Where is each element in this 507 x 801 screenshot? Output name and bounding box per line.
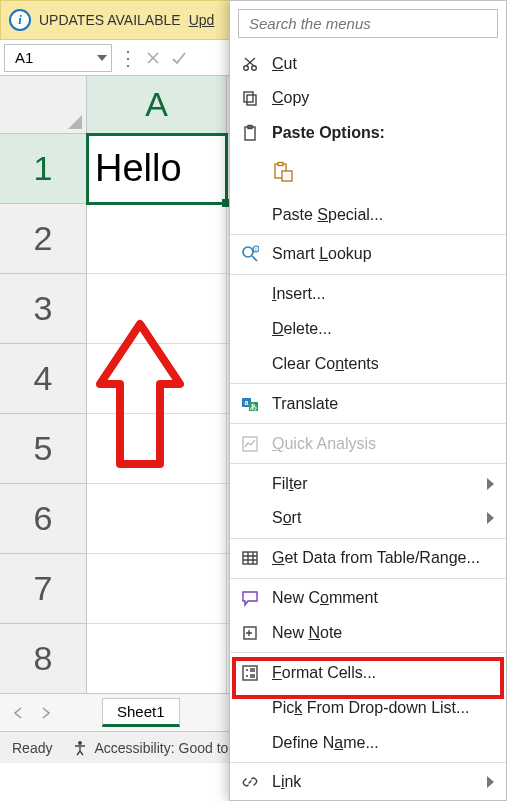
svg-rect-3 <box>244 92 253 102</box>
paste-option-default[interactable] <box>230 151 506 197</box>
row-header-6[interactable]: 6 <box>0 484 87 554</box>
menu-format-cells[interactable]: Format Cells... <box>230 655 506 690</box>
enter-icon[interactable] <box>168 47 190 69</box>
menu-quick-analysis: Quick Analysis <box>230 426 506 461</box>
cell[interactable] <box>87 274 227 344</box>
row-header-3[interactable]: 3 <box>0 274 87 344</box>
cell[interactable] <box>87 484 227 554</box>
translate-icon: aあ <box>240 394 260 414</box>
comment-icon <box>240 588 260 608</box>
cut-icon <box>240 54 260 74</box>
svg-point-21 <box>246 669 248 671</box>
svg-rect-9 <box>282 171 292 181</box>
row-header-4[interactable]: 4 <box>0 344 87 414</box>
menu-insert[interactable]: Insert... <box>230 277 506 312</box>
menu-cut[interactable]: Cut <box>230 46 506 81</box>
menu-smart-lookup[interactable]: i Smart Lookup <box>230 237 506 272</box>
accessibility-icon <box>72 740 88 756</box>
svg-point-10 <box>243 247 253 257</box>
row-header-1[interactable]: 1 <box>0 134 87 204</box>
name-box-value: A1 <box>15 49 33 66</box>
svg-point-0 <box>78 741 82 745</box>
svg-rect-20 <box>243 666 257 680</box>
cell[interactable] <box>87 624 227 694</box>
context-menu: Cut Copy Paste Options: Paste Special...… <box>229 0 507 801</box>
accessibility-status[interactable]: Accessibility: Good to go <box>72 740 247 756</box>
menu-pick-from-list[interactable]: Pick From Drop-down List... <box>230 690 506 725</box>
chevron-right-icon <box>487 512 494 524</box>
svg-point-22 <box>246 675 248 677</box>
menu-filter[interactable]: Filter <box>230 466 506 501</box>
formula-bar-controls: ⋮ <box>118 46 190 70</box>
row-header-8[interactable]: 8 <box>0 624 87 694</box>
menu-clear-contents[interactable]: Clear Contents <box>230 347 506 382</box>
menu-paste-options: Paste Options: <box>230 116 506 151</box>
menu-sort[interactable]: Sort <box>230 501 506 536</box>
svg-point-1 <box>244 65 249 70</box>
menu-paste-special[interactable]: Paste Special... <box>230 197 506 232</box>
row-header-7[interactable]: 7 <box>0 554 87 624</box>
cancel-icon[interactable] <box>142 47 164 69</box>
name-box[interactable]: A1 <box>4 44 112 72</box>
quick-analysis-icon <box>240 434 260 454</box>
menu-search-input[interactable] <box>238 9 498 38</box>
separator-icon: ⋮ <box>118 46 138 70</box>
info-icon: i <box>9 9 31 31</box>
note-icon <box>240 623 260 643</box>
menu-copy[interactable]: Copy <box>230 81 506 116</box>
link-icon <box>240 772 260 792</box>
status-ready: Ready <box>12 740 52 756</box>
cell[interactable] <box>87 204 227 274</box>
tab-nav-next-icon[interactable] <box>36 703 56 723</box>
cell-a1[interactable]: Hello <box>87 134 227 204</box>
svg-rect-4 <box>247 95 256 105</box>
paste-default-icon <box>272 161 294 187</box>
svg-rect-8 <box>278 162 283 165</box>
copy-icon <box>240 88 260 108</box>
menu-define-name[interactable]: Define Name... <box>230 725 506 760</box>
column-header-a[interactable]: A <box>87 76 227 134</box>
row-header-2[interactable]: 2 <box>0 204 87 274</box>
paste-icon <box>240 123 260 143</box>
updates-link[interactable]: Upd <box>189 12 215 28</box>
cell[interactable] <box>87 344 227 414</box>
menu-new-note[interactable]: New Note <box>230 616 506 651</box>
row-header-5[interactable]: 5 <box>0 414 87 484</box>
menu-delete[interactable]: Delete... <box>230 312 506 347</box>
tab-nav-prev-icon[interactable] <box>8 703 28 723</box>
cell[interactable] <box>87 414 227 484</box>
menu-translate[interactable]: aあ Translate <box>230 386 506 421</box>
svg-point-2 <box>252 65 257 70</box>
chevron-right-icon <box>487 776 494 788</box>
cell[interactable] <box>87 554 227 624</box>
menu-get-data[interactable]: Get Data from Table/Range... <box>230 541 506 576</box>
menu-link[interactable]: Link <box>230 765 506 800</box>
menu-new-comment[interactable]: New Comment <box>230 581 506 616</box>
sheet-tab-sheet1[interactable]: Sheet1 <box>102 698 180 727</box>
select-all-corner[interactable] <box>0 76 87 134</box>
format-cells-icon <box>240 663 260 683</box>
svg-text:a: a <box>245 399 249 406</box>
svg-rect-18 <box>243 552 257 564</box>
svg-text:i: i <box>255 246 257 252</box>
smart-lookup-icon: i <box>240 244 260 264</box>
updates-label: UPDATES AVAILABLE <box>39 12 181 28</box>
table-icon <box>240 548 260 568</box>
chevron-right-icon <box>487 478 494 490</box>
chevron-down-icon[interactable] <box>97 55 107 61</box>
svg-text:あ: あ <box>250 403 257 411</box>
